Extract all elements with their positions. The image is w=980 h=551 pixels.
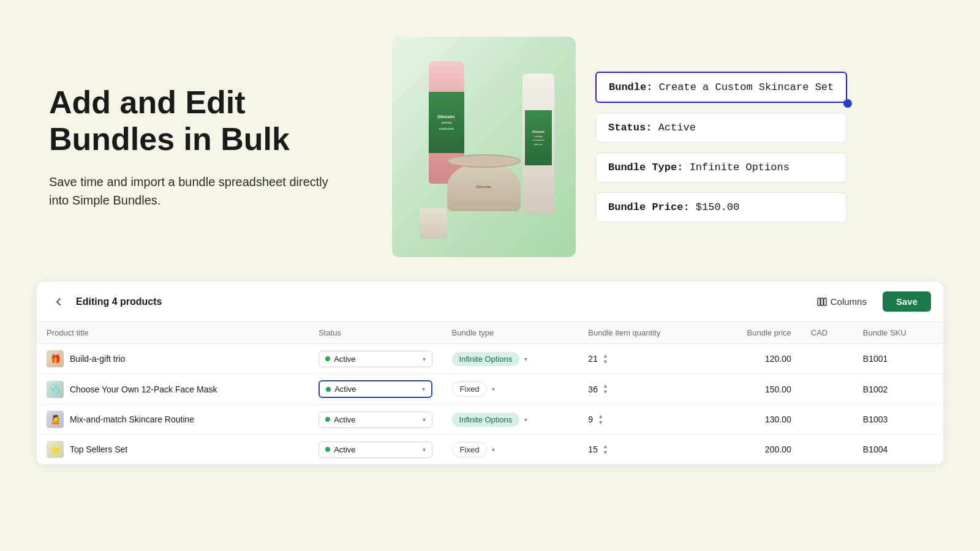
bundle-type-cell-1: Fixed ▾: [442, 374, 579, 405]
hero-subtitle: Save time and import a bundle spreadshee…: [49, 173, 343, 209]
status-key: Status:: [608, 122, 652, 133]
bundle-type-chevron-0[interactable]: ▾: [524, 356, 527, 362]
price-value-0: 120.00: [765, 354, 791, 364]
status-dot-1: [326, 387, 331, 392]
sku-cell-2: B1003: [853, 405, 943, 435]
product-small-jar: [420, 208, 447, 239]
currency-cell-2: [801, 405, 853, 435]
bundle-type-cell-3: Fixed ▾: [442, 435, 579, 465]
price-cell-0: 120.00: [710, 344, 801, 374]
data-table: Product title Status Bundle type Bundle …: [37, 322, 943, 465]
product-image: Glossier.primingmoisturizer Glossier. Gl…: [392, 37, 576, 257]
price-cell-3: 200.00: [710, 435, 801, 465]
status-select-2[interactable]: Active ▾: [318, 411, 432, 428]
table-container: Editing 4 products Columns Save Product …: [37, 282, 943, 465]
product-thumb-3: ⭐: [47, 441, 64, 458]
status-select-1[interactable]: Active ▾: [318, 380, 432, 398]
product-label-text: Glossier.primingmoisturizer: [437, 114, 456, 130]
spinner-up-3[interactable]: ▲: [603, 444, 608, 449]
product-title-cell-1: 🫧 Choose Your Own 12-Pack Face Mask: [37, 374, 309, 405]
bundle-type-chevron-3[interactable]: ▾: [492, 446, 495, 453]
bundle-type-badge-0: Infinite Options: [452, 352, 520, 366]
quantity-value-1: 36: [588, 384, 598, 394]
col-bundle-item-qty: Bundle item quantity: [578, 322, 709, 344]
status-dot-3: [325, 447, 330, 452]
product-title-cell-2: 💆 Mix-and-match Skincare Routine: [37, 405, 309, 435]
table-row: ⭐ Top Sellers Set Active ▾ Fixed ▾ 15 ▲ …: [37, 435, 943, 465]
quantity-value-3: 15: [588, 444, 598, 454]
status-text-2: Active: [334, 415, 418, 424]
quantity-spinner-2[interactable]: ▲ ▼: [598, 414, 603, 425]
col-currency: CAD: [801, 322, 853, 344]
columns-icon: [817, 297, 827, 307]
back-button[interactable]: [49, 292, 69, 312]
bundle-type-badge-1: Fixed: [452, 381, 488, 397]
quantity-spinner-3[interactable]: ▲ ▼: [603, 444, 608, 455]
product-jar-text: Glossier.: [476, 185, 491, 189]
product-name-0: Build-a-gift trio: [70, 354, 125, 364]
table-header-actions: Columns Save: [811, 291, 931, 312]
quantity-cell-3: 15 ▲ ▼: [578, 435, 709, 465]
status-chevron-1: ▾: [422, 386, 425, 392]
status-value: Active: [658, 122, 696, 133]
status-cell-0[interactable]: Active ▾: [309, 344, 442, 374]
status-text-0: Active: [334, 354, 418, 364]
bundle-type-chevron-2[interactable]: ▾: [524, 416, 527, 423]
currency-cell-1: [801, 374, 853, 405]
bundle-type-key: Bundle Type:: [608, 162, 683, 173]
hero-text: Add and Edit Bundles in Bulk Save time a…: [49, 84, 343, 209]
hero-title: Add and Edit Bundles in Bulk: [49, 84, 343, 158]
svg-rect-0: [818, 298, 820, 305]
product-jar-lid: [447, 154, 521, 168]
status-cell-1[interactable]: Active ▾: [309, 374, 442, 405]
spinner-down-0[interactable]: ▼: [603, 359, 608, 365]
bundle-name-key: Bundle:: [609, 81, 652, 93]
svg-rect-2: [824, 298, 826, 305]
table-header: Editing 4 products Columns Save: [37, 282, 943, 322]
product-name-3: Top Sellers Set: [70, 444, 127, 454]
product-tube-beige-text: Glossier.primingmoisturizerbalance: [532, 130, 545, 146]
quantity-cell-2: 9 ▲ ▼: [578, 405, 709, 435]
status-select-0[interactable]: Active ▾: [318, 351, 432, 367]
status-chevron-2: ▾: [423, 416, 426, 423]
status-cell-2[interactable]: Active ▾: [309, 405, 442, 435]
spinner-down-1[interactable]: ▼: [603, 389, 608, 395]
spinner-down-3[interactable]: ▼: [603, 450, 608, 455]
status-card: Status: Active: [595, 113, 847, 143]
status-dot-0: [325, 356, 330, 361]
status-chevron-0: ▾: [423, 356, 426, 362]
status-cell-3[interactable]: Active ▾: [309, 435, 442, 465]
status-text-1: Active: [334, 384, 418, 394]
product-name-1: Choose Your Own 12-Pack Face Mask: [70, 384, 217, 394]
bundle-price-value: $150.00: [696, 201, 739, 213]
columns-label: Columns: [831, 296, 867, 307]
bundle-type-value: Infinite Options: [690, 162, 790, 173]
spinner-up-1[interactable]: ▲: [603, 383, 608, 389]
product-thumb-2: 💆: [47, 411, 64, 428]
col-status: Status: [309, 322, 442, 344]
price-value-3: 200.00: [765, 444, 791, 454]
product-tube-beige-label: Glossier.primingmoisturizerbalance: [525, 110, 552, 165]
status-dot-2: [325, 417, 330, 422]
currency-cell-0: [801, 344, 853, 374]
bundle-type-cell-2: Infinite Options ▾: [442, 405, 579, 435]
product-jar-inner: Glossier.: [452, 168, 516, 205]
quantity-spinner-0[interactable]: ▲ ▼: [603, 353, 608, 365]
table-header-row: Product title Status Bundle type Bundle …: [37, 322, 943, 344]
price-value-1: 150.00: [765, 384, 791, 394]
col-bundle-type: Bundle type: [442, 322, 579, 344]
quantity-spinner-1[interactable]: ▲ ▼: [603, 383, 608, 395]
product-jar-label: Glossier.primingmoisturizer: [429, 92, 464, 153]
spinner-down-2[interactable]: ▼: [598, 420, 603, 425]
sku-cell-1: B1002: [853, 374, 943, 405]
columns-button[interactable]: Columns: [811, 293, 873, 310]
save-button[interactable]: Save: [883, 291, 931, 312]
spinner-up-2[interactable]: ▲: [598, 414, 603, 419]
col-bundle-sku: Bundle SKU: [853, 322, 943, 344]
product-image-inner: Glossier.primingmoisturizer Glossier. Gl…: [392, 37, 576, 257]
table-row: 🫧 Choose Your Own 12-Pack Face Mask Acti…: [37, 374, 943, 405]
status-select-3[interactable]: Active ▾: [318, 441, 432, 458]
product-name-2: Mix-and-match Skincare Routine: [70, 414, 194, 424]
spinner-up-0[interactable]: ▲: [603, 353, 608, 359]
bundle-type-chevron-1[interactable]: ▾: [492, 386, 495, 392]
